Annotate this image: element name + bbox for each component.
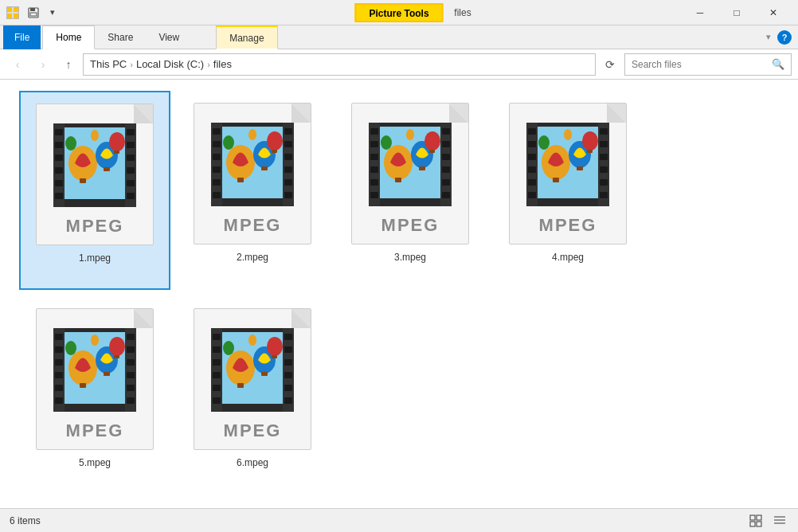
refresh-btn[interactable]: ⟳ xyxy=(599,53,621,76)
file-item[interactable]: MPEG 5.mpeg xyxy=(19,296,170,495)
svg-rect-1 xyxy=(14,7,18,12)
ribbon-chevron[interactable]: ▾ xyxy=(766,32,771,42)
svg-point-40 xyxy=(248,129,256,140)
svg-rect-77 xyxy=(442,179,450,186)
tab-home[interactable]: Home xyxy=(42,25,95,49)
svg-rect-67 xyxy=(370,128,378,135)
picture-tools-tab[interactable]: Picture Tools xyxy=(354,3,443,22)
svg-rect-110 xyxy=(114,355,119,358)
app-icon xyxy=(6,6,19,19)
svg-rect-151 xyxy=(750,515,755,520)
mpeg-label: MPEG xyxy=(539,215,597,236)
title-bar-icons xyxy=(6,6,19,19)
svg-rect-123 xyxy=(127,359,135,366)
tab-file[interactable]: File xyxy=(3,25,41,49)
svg-rect-82 xyxy=(553,178,559,182)
file-item[interactable]: MPEG 1.mpeg xyxy=(19,91,170,290)
svg-rect-28 xyxy=(127,167,135,174)
maximize-btn[interactable]: □ xyxy=(718,0,755,25)
large-icon-view-btn[interactable] xyxy=(747,512,765,530)
file-name: 2.mpeg xyxy=(237,252,268,263)
address-path[interactable]: This PC › Local Disk (C:) › files xyxy=(83,53,596,76)
tab-view[interactable]: View xyxy=(146,25,192,49)
search-icon: 🔍 xyxy=(772,58,784,70)
svg-rect-44 xyxy=(213,141,221,147)
quick-dropdown-btn[interactable]: ▾ xyxy=(45,5,61,21)
svg-rect-144 xyxy=(213,397,221,404)
film-container xyxy=(47,119,143,211)
search-box[interactable]: 🔍 xyxy=(624,53,792,76)
svg-point-136 xyxy=(248,334,256,346)
ribbon-help: ▾ ? xyxy=(766,30,798,45)
svg-point-109 xyxy=(109,337,125,356)
svg-rect-51 xyxy=(284,154,292,160)
svg-rect-12 xyxy=(104,167,110,171)
forward-btn[interactable]: › xyxy=(32,53,54,76)
file-item[interactable]: MPEG 6.mpeg xyxy=(177,296,328,495)
file-item[interactable]: MPEG 3.mpeg xyxy=(334,91,486,290)
minimize-btn[interactable]: ─ xyxy=(682,0,718,25)
file-icon-wrapper: MPEG xyxy=(191,100,315,247)
file-icon-wrapper: MPEG xyxy=(191,305,315,452)
mpeg-icon: MPEG xyxy=(194,103,311,244)
tab-manage[interactable]: Manage xyxy=(216,25,277,49)
detail-view-btn[interactable] xyxy=(771,512,788,530)
svg-point-15 xyxy=(65,136,76,151)
svg-rect-146 xyxy=(284,346,292,353)
svg-rect-142 xyxy=(213,372,221,378)
svg-rect-69 xyxy=(370,154,378,160)
file-item[interactable]: MPEG 2.mpeg xyxy=(177,91,328,290)
svg-rect-62 xyxy=(429,150,435,153)
address-bar: ‹ › ↑ This PC › Local Disk (C:) › files … xyxy=(0,49,798,80)
svg-rect-71 xyxy=(370,179,378,186)
svg-rect-143 xyxy=(213,385,221,391)
svg-rect-122 xyxy=(127,346,135,353)
svg-point-85 xyxy=(582,131,598,151)
svg-rect-10 xyxy=(80,178,86,183)
svg-rect-84 xyxy=(577,166,583,170)
search-input[interactable] xyxy=(632,59,772,70)
svg-point-88 xyxy=(564,129,572,140)
mpeg-label: MPEG xyxy=(224,215,282,236)
close-btn[interactable]: ✕ xyxy=(755,0,792,25)
svg-rect-124 xyxy=(127,372,135,378)
svg-rect-92 xyxy=(528,141,536,147)
svg-rect-53 xyxy=(284,179,292,186)
file-item[interactable]: MPEG 4.mpeg xyxy=(492,91,643,290)
svg-point-13 xyxy=(109,132,125,151)
svg-rect-125 xyxy=(127,385,135,391)
svg-rect-50 xyxy=(284,141,292,147)
svg-rect-73 xyxy=(442,128,450,135)
svg-rect-100 xyxy=(600,166,608,173)
tab-share[interactable]: Share xyxy=(95,25,146,49)
svg-rect-29 xyxy=(127,180,135,186)
svg-point-112 xyxy=(91,334,99,346)
help-btn[interactable]: ? xyxy=(777,30,792,45)
svg-point-37 xyxy=(267,131,283,151)
breadcrumb-files: files xyxy=(213,58,232,70)
svg-rect-141 xyxy=(213,359,221,366)
svg-rect-132 xyxy=(261,372,268,376)
file-icon-wrapper: MPEG xyxy=(33,305,157,452)
svg-rect-68 xyxy=(370,141,378,147)
svg-rect-19 xyxy=(55,129,63,135)
up-btn[interactable]: ↑ xyxy=(57,53,80,76)
svg-rect-148 xyxy=(284,372,292,378)
svg-rect-54 xyxy=(284,192,292,198)
svg-rect-86 xyxy=(587,150,593,153)
svg-rect-34 xyxy=(237,178,244,182)
mpeg-icon: MPEG xyxy=(36,308,154,450)
mpeg-icon: MPEG xyxy=(351,103,469,244)
mpeg-icon: MPEG xyxy=(194,308,311,450)
svg-rect-36 xyxy=(261,166,268,170)
svg-rect-153 xyxy=(750,522,755,526)
back-btn[interactable]: ‹ xyxy=(6,53,29,76)
mpeg-label: MPEG xyxy=(66,421,124,441)
svg-rect-145 xyxy=(284,334,292,340)
film-container xyxy=(205,119,300,210)
quick-save-btn[interactable] xyxy=(25,5,41,21)
svg-rect-0 xyxy=(7,7,12,12)
svg-rect-24 xyxy=(55,193,63,199)
svg-rect-21 xyxy=(55,155,63,161)
sep1: › xyxy=(130,60,133,69)
